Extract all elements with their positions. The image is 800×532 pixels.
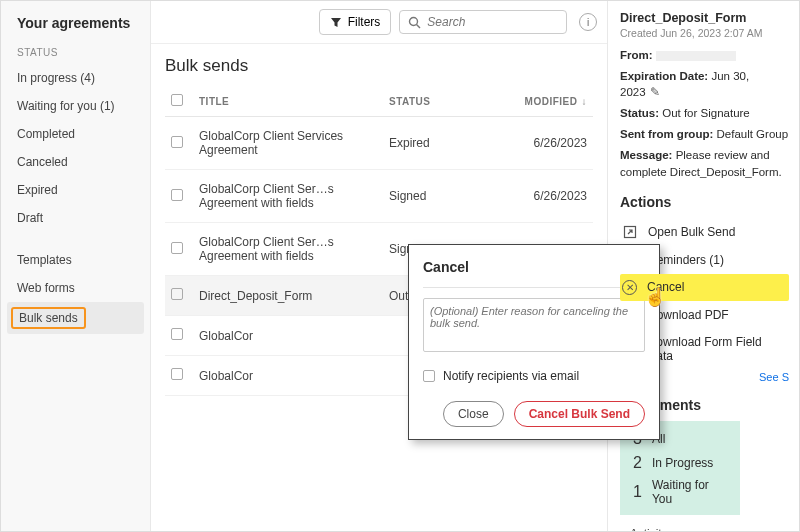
topbar: Filters i bbox=[151, 1, 607, 44]
close-button[interactable]: Close bbox=[443, 401, 504, 427]
expiration-label: Expiration Date: bbox=[620, 70, 708, 82]
detail-created: Created Jun 26, 2023 2:07 AM bbox=[620, 27, 789, 39]
sidebar-item-web-forms[interactable]: Web forms bbox=[7, 274, 144, 302]
filter-icon bbox=[330, 16, 342, 28]
row-checkbox[interactable] bbox=[171, 136, 183, 148]
sidebar: Your agreements STATUS In progress (4) W… bbox=[1, 1, 151, 531]
sidebar-item-waiting[interactable]: Waiting for you (1) bbox=[7, 92, 144, 120]
sidebar-item-templates[interactable]: Templates bbox=[7, 246, 144, 274]
col-status[interactable]: STATUS bbox=[383, 86, 503, 117]
status-section-label: STATUS bbox=[7, 45, 150, 64]
svg-point-0 bbox=[410, 17, 418, 25]
from-value bbox=[656, 51, 736, 61]
open-icon bbox=[622, 224, 638, 240]
sidebar-item-draft[interactable]: Draft bbox=[7, 204, 144, 232]
sort-down-icon: ↓ bbox=[582, 96, 588, 107]
filters-button[interactable]: Filters bbox=[319, 9, 392, 35]
notify-label: Notify recipients via email bbox=[443, 369, 579, 383]
svg-line-1 bbox=[417, 24, 421, 28]
detail-title: Direct_Deposit_Form bbox=[620, 11, 789, 25]
row-checkbox[interactable] bbox=[171, 288, 183, 300]
table-row[interactable]: GlobalCorp Client Services AgreementExpi… bbox=[165, 117, 593, 170]
row-checkbox[interactable] bbox=[171, 189, 183, 201]
cancel-bulk-send-button[interactable]: Cancel Bulk Send bbox=[514, 401, 645, 427]
info-icon[interactable]: i bbox=[579, 13, 597, 31]
page-title: Bulk sends bbox=[165, 56, 593, 76]
row-checkbox[interactable] bbox=[171, 368, 183, 380]
status-label: Status: bbox=[620, 107, 659, 119]
sidebar-heading: Your agreements bbox=[7, 11, 150, 45]
actions-heading: Actions bbox=[620, 194, 789, 210]
col-modified[interactable]: MODIFIED↓ bbox=[503, 86, 593, 117]
from-label: From: bbox=[620, 49, 653, 61]
status-value: Out for Signature bbox=[662, 107, 750, 119]
group-value: Default Group bbox=[716, 128, 788, 140]
sidebar-item-canceled[interactable]: Canceled bbox=[7, 148, 144, 176]
row-checkbox[interactable] bbox=[171, 328, 183, 340]
row-checkbox[interactable] bbox=[171, 242, 183, 254]
stat-waiting[interactable]: 1Waiting for You bbox=[628, 475, 732, 509]
group-label: Sent from group: bbox=[620, 128, 713, 140]
select-all-checkbox[interactable] bbox=[171, 94, 183, 106]
cancel-reason-input[interactable] bbox=[423, 298, 645, 352]
stat-in-progress[interactable]: 2In Progress bbox=[628, 451, 732, 475]
sidebar-item-bulk-sends[interactable]: Bulk sends bbox=[7, 302, 144, 334]
main-area: Filters i Bulk sends TITLE STATUS MODIFI… bbox=[151, 1, 607, 531]
col-title[interactable]: TITLE bbox=[193, 86, 383, 117]
search-input[interactable] bbox=[427, 15, 558, 29]
edit-expiration-icon[interactable]: ✎ bbox=[650, 86, 660, 98]
action-open-bulk-send[interactable]: Open Bulk Send bbox=[620, 218, 789, 246]
search-field[interactable] bbox=[399, 10, 567, 34]
action-cancel[interactable]: ✕ Cancel ☝ bbox=[620, 274, 789, 301]
modal-title: Cancel bbox=[423, 259, 645, 275]
sidebar-item-completed[interactable]: Completed bbox=[7, 120, 144, 148]
filters-label: Filters bbox=[348, 15, 381, 29]
sidebar-item-in-progress[interactable]: In progress (4) bbox=[7, 64, 144, 92]
table-row[interactable]: GlobalCorp Client Ser…s Agreement with f… bbox=[165, 170, 593, 223]
activity-expander[interactable]: › Activity bbox=[620, 527, 789, 531]
chevron-right-icon: › bbox=[620, 525, 624, 531]
sidebar-item-expired[interactable]: Expired bbox=[7, 176, 144, 204]
notify-checkbox[interactable] bbox=[423, 370, 435, 382]
cancel-icon: ✕ bbox=[622, 280, 637, 295]
search-icon bbox=[408, 16, 421, 29]
message-label: Message: bbox=[620, 149, 672, 161]
